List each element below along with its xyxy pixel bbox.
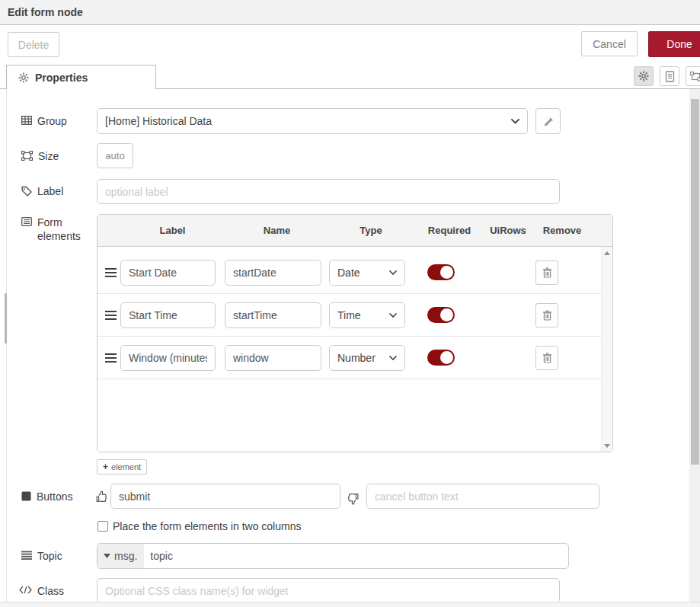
label-input[interactable] xyxy=(97,179,560,204)
remove-element-button[interactable] xyxy=(535,260,558,285)
size-button[interactable]: auto xyxy=(97,143,133,168)
element-type-select[interactable]: Number xyxy=(329,345,405,371)
table-row: Date xyxy=(97,251,612,294)
form-elements-header: Label Name Type Required UiRows Remove xyxy=(97,215,612,247)
edit-group-button[interactable] xyxy=(535,108,561,134)
col-header-required: Required xyxy=(413,225,486,236)
tab-properties[interactable]: Properties xyxy=(6,65,156,89)
properties-tab-button[interactable] xyxy=(634,66,654,86)
topic-label: Topic xyxy=(21,549,91,563)
chevron-down-icon xyxy=(389,356,397,360)
page-scrollbar[interactable] xyxy=(689,89,700,607)
square-icon xyxy=(21,491,31,501)
doc-icon xyxy=(665,71,675,82)
plus-icon: + xyxy=(103,462,108,472)
required-toggle[interactable] xyxy=(427,350,455,366)
element-name-input[interactable] xyxy=(225,302,321,328)
chevron-down-icon xyxy=(389,270,397,275)
element-type-select[interactable]: Time xyxy=(329,302,405,328)
topic-type-label: msg. xyxy=(114,550,137,562)
required-toggle[interactable] xyxy=(427,264,455,280)
label-label: Label xyxy=(21,184,91,198)
table-row: Number xyxy=(97,337,612,379)
element-label-input[interactable] xyxy=(120,260,216,286)
topic-typed-input: msg. topic xyxy=(97,543,569,569)
description-tab-button[interactable] xyxy=(660,66,679,86)
chevron-down-icon xyxy=(511,119,519,124)
group-select-value: [Home] Historical Data xyxy=(105,115,212,127)
trash-icon xyxy=(542,310,552,321)
list-alt-icon xyxy=(21,217,32,226)
list-icon xyxy=(21,551,32,560)
col-header-remove: Remove xyxy=(530,225,594,236)
element-name-input[interactable] xyxy=(225,260,321,286)
topic-value[interactable]: topic xyxy=(144,544,173,568)
chevron-down-icon xyxy=(389,313,397,318)
group-label: Group xyxy=(21,114,91,128)
appearance-icon xyxy=(690,72,700,81)
add-element-button[interactable]: + element xyxy=(97,459,147,474)
col-header-uirows: UiRows xyxy=(486,225,530,236)
caret-down-icon xyxy=(104,554,110,558)
edit-form-node-dialog: Edit form node Delete Cancel Done Proper… xyxy=(0,0,700,607)
col-header-type: Type xyxy=(329,225,413,236)
scroll-down-icon[interactable] xyxy=(604,444,610,448)
form-elements-list: Date xyxy=(97,247,612,452)
element-label-input[interactable] xyxy=(120,345,216,371)
trash-icon xyxy=(542,267,552,278)
form-elements-label: Form elements xyxy=(21,216,91,243)
cancel-button-text-input[interactable] xyxy=(366,484,599,509)
page-scrollbar-thumb[interactable] xyxy=(691,99,699,465)
panel-resize-grip[interactable] xyxy=(5,293,7,343)
col-header-label: Label xyxy=(120,225,225,236)
topic-type-button[interactable]: msg. xyxy=(97,544,144,568)
element-label-input[interactable] xyxy=(120,302,216,328)
appearance-tab-button[interactable] xyxy=(686,66,700,86)
dialog-header: Edit form node xyxy=(0,0,700,25)
table-row: Time xyxy=(97,294,612,337)
drag-handle-icon[interactable] xyxy=(105,311,117,320)
two-columns-checkbox[interactable] xyxy=(97,521,108,532)
delete-button[interactable]: Delete xyxy=(8,32,59,57)
buttons-label: Buttons xyxy=(21,490,91,503)
gear-icon xyxy=(18,72,29,83)
two-columns-option: Place the form elements in two columns xyxy=(97,520,301,532)
object-group-icon xyxy=(21,151,33,161)
drag-handle-icon[interactable] xyxy=(105,268,117,277)
dialog-bottom-strip xyxy=(0,602,700,607)
thumbs-up-icon xyxy=(95,490,108,503)
element-name-input[interactable] xyxy=(225,345,321,371)
remove-element-button[interactable] xyxy=(535,303,558,327)
cancel-button[interactable]: Cancel xyxy=(581,31,638,56)
trash-icon xyxy=(542,353,552,363)
element-type-select[interactable]: Date xyxy=(329,260,405,286)
gear-icon xyxy=(638,71,649,81)
pencil-icon xyxy=(543,116,554,126)
drag-handle-icon[interactable] xyxy=(105,353,117,363)
tab-properties-label: Properties xyxy=(35,72,88,84)
two-columns-label: Place the form elements in two columns xyxy=(113,520,301,532)
scroll-up-icon[interactable] xyxy=(604,251,610,255)
dialog-title: Edit form node xyxy=(8,6,83,18)
form-elements-table: Label Name Type Required UiRows Remove D… xyxy=(97,214,613,452)
code-icon xyxy=(19,586,32,594)
required-toggle[interactable] xyxy=(427,307,455,323)
done-button[interactable]: Done xyxy=(648,31,700,57)
remove-element-button[interactable] xyxy=(535,346,558,370)
panel-edge xyxy=(6,89,7,602)
col-header-name: Name xyxy=(225,225,329,236)
class-input[interactable] xyxy=(97,578,560,603)
table-icon xyxy=(21,116,32,125)
size-label: Size xyxy=(21,149,91,163)
group-select[interactable]: [Home] Historical Data xyxy=(97,108,528,134)
submit-button-text-input[interactable] xyxy=(110,484,340,509)
class-label: Class xyxy=(19,584,89,598)
thumbs-down-icon xyxy=(347,492,360,505)
tag-icon xyxy=(21,186,32,196)
table-scrollbar[interactable] xyxy=(601,247,612,452)
